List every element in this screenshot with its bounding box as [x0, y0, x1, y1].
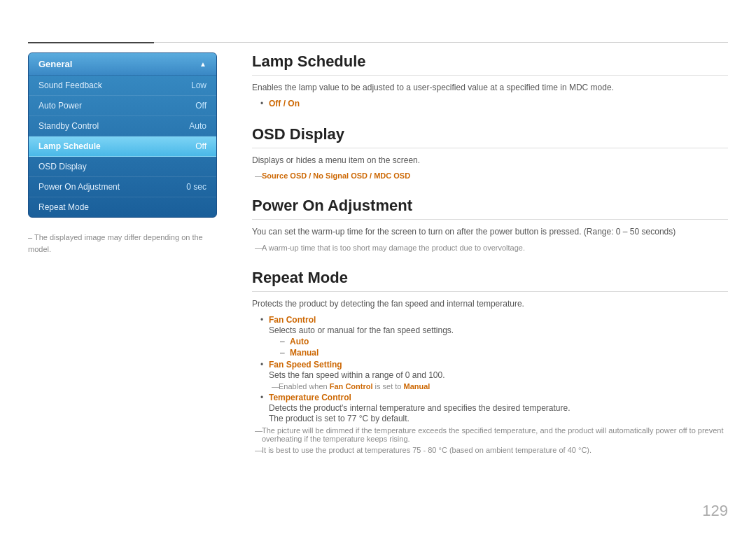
section-title-lamp-schedule: Lamp Schedule [252, 52, 728, 76]
menu-item-value: Auto [189, 121, 206, 131]
section-desc-repeat-mode: Protects the product by detecting the fa… [252, 297, 728, 311]
sub-item-highlight: Manual [290, 348, 318, 358]
bullet-list-lamp-schedule: Off / On [260, 99, 728, 108]
highlight-text: Off / On [269, 99, 300, 108]
menu-items-container: Sound FeedbackLowAuto PowerOffStandby Co… [29, 76, 216, 217]
menu-item-label: OSD Display [38, 162, 87, 171]
menu-item-label: Power On Adjustment [38, 182, 120, 192]
note-line: A warm-up time that is too short may dam… [255, 244, 728, 252]
section-repeat-mode: Repeat ModeProtects the product by detec… [252, 269, 728, 454]
menu-item-power-on-adjustment[interactable]: Power On Adjustment0 sec [29, 177, 216, 197]
sub-item-highlight: Auto [290, 337, 309, 346]
section-power-on-adjustment: Power On AdjustmentYou can set the warm-… [252, 197, 728, 251]
enabled-note: Enabled when Fan Control is set to Manua… [272, 382, 728, 391]
section-title-osd-display: OSD Display [252, 125, 728, 148]
menu-item-value: Off [195, 141, 206, 151]
section-lamp-schedule: Lamp ScheduleEnables the lamp value to b… [252, 52, 728, 108]
menu-header-arrow: ▲ [200, 60, 206, 68]
sidebar-note-text: The displayed image may differ depending… [28, 233, 203, 253]
bullet-item-fan-control: Fan ControlSelects auto or manual for th… [260, 315, 728, 358]
menu-item-value: Low [191, 80, 206, 90]
bullet-item-desc: Sets the fan speed within a range of 0 a… [269, 370, 728, 380]
enabled-note-value: Manual [404, 382, 430, 391]
bullet-item-title: Fan Speed Setting [269, 360, 342, 370]
footer-note: It is best to use the product at tempera… [255, 446, 728, 454]
bullet-item-temperature-control: Temperature ControlDetects the product's… [260, 393, 728, 423]
sub-list: AutoManual [280, 337, 728, 358]
menu-item-lamp-schedule[interactable]: Lamp ScheduleOff [29, 136, 216, 157]
sidebar-note-dash: – [28, 233, 34, 241]
section-osd-display: OSD DisplayDisplays or hides a menu item… [252, 125, 728, 180]
menu-item-label: Repeat Mode [38, 202, 89, 212]
menu-item-label: Standby Control [38, 121, 99, 131]
enabled-note-highlight: Fan Control [330, 382, 373, 391]
bullet-items-list: Fan ControlSelects auto or manual for th… [260, 315, 728, 423]
bullet-item-title: Temperature Control [269, 393, 351, 402]
menu-item-value: 0 sec [186, 182, 206, 192]
sub-list-item: Auto [280, 337, 728, 346]
menu-item-repeat-mode[interactable]: Repeat Mode [29, 197, 216, 217]
section-desc-power-on-adjustment: You can set the warm-up time for the scr… [252, 225, 728, 239]
menu-header: General ▲ [29, 53, 216, 76]
menu-item-label: Lamp Schedule [38, 141, 101, 151]
section-desc-lamp-schedule: Enables the lamp value to be adjusted to… [252, 81, 728, 94]
sections-container: Lamp ScheduleEnables the lamp value to b… [252, 52, 728, 454]
bullet-item-desc: Selects auto or manual for the fan speed… [269, 325, 728, 335]
menu-item-value: Off [195, 101, 206, 111]
section-desc-osd-display: Displays or hides a menu item on the scr… [252, 154, 728, 167]
sub-list-item: Manual [280, 348, 728, 358]
page-number: 129 [702, 502, 728, 520]
section-title-repeat-mode: Repeat Mode [252, 269, 728, 292]
menu-item-auto-power[interactable]: Auto PowerOff [29, 96, 216, 116]
menu-item-sound-feedback[interactable]: Sound FeedbackLow [29, 76, 216, 96]
section-title-power-on-adjustment: Power On Adjustment [252, 197, 728, 220]
right-content: Lamp ScheduleEnables the lamp value to b… [252, 52, 728, 506]
bullet-item-title: Fan Control [269, 315, 316, 325]
highlight-line: Source OSD / No Signal OSD / MDC OSD [255, 171, 728, 180]
extra-desc: The product is set to 77 °C by default. [269, 414, 728, 423]
menu-item-standby-control[interactable]: Standby ControlAuto [29, 116, 216, 136]
bullet-item-fan-speed-setting: Fan Speed SettingSets the fan speed with… [260, 360, 728, 391]
top-border-accent [28, 42, 154, 43]
menu-item-label: Auto Power [38, 101, 82, 111]
sidebar-note: – The displayed image may differ dependi… [28, 232, 217, 255]
left-panel: General ▲ Sound FeedbackLowAuto PowerOff… [28, 52, 217, 255]
bullet-item-desc: Detects the product's internal temperatu… [269, 403, 728, 413]
footer-note: The picture will be dimmed if the temper… [255, 426, 728, 443]
bullet-item: Off / On [260, 99, 728, 108]
highlight-orange-text: Source OSD / No Signal OSD / MDC OSD [262, 171, 410, 180]
menu-item-label: Sound Feedback [38, 80, 102, 90]
menu-box: General ▲ Sound FeedbackLowAuto PowerOff… [28, 52, 217, 218]
menu-item-osd-display[interactable]: OSD Display [29, 157, 216, 177]
menu-header-title: General [38, 59, 72, 69]
